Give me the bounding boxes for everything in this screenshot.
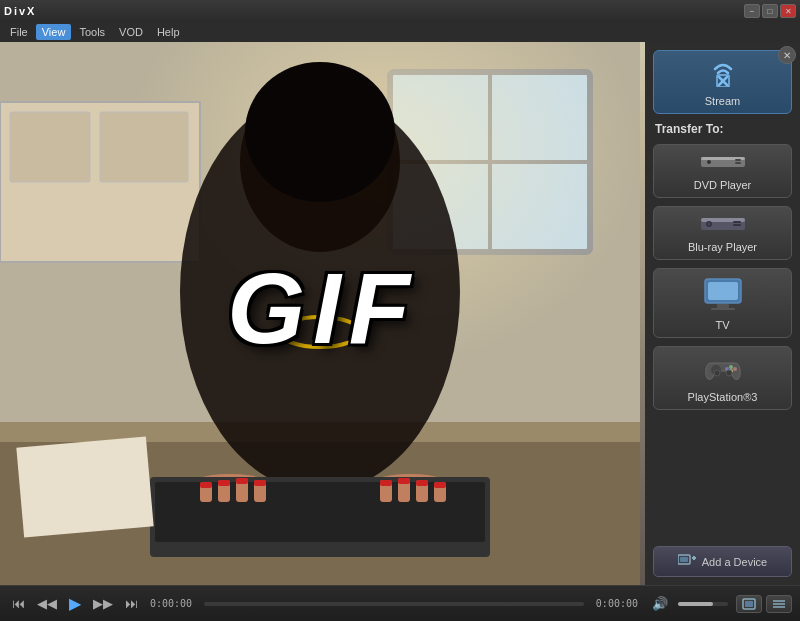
- svg-rect-52: [717, 304, 729, 308]
- svg-rect-33: [398, 478, 410, 484]
- svg-rect-66: [745, 601, 753, 607]
- fullscreen-button[interactable]: [736, 595, 762, 613]
- menu-vod[interactable]: VOD: [113, 24, 149, 40]
- stream-icon: [707, 59, 739, 91]
- minimize-button[interactable]: −: [744, 4, 760, 18]
- svg-point-55: [729, 365, 733, 369]
- svg-rect-51: [708, 282, 738, 300]
- bluray-label: Blu-ray Player: [688, 241, 757, 253]
- video-area: GIF: [0, 42, 645, 585]
- svg-rect-29: [218, 480, 230, 486]
- window-controls: − □ ✕: [744, 4, 796, 18]
- tv-icon: [703, 277, 743, 315]
- svg-rect-18: [16, 437, 153, 538]
- svg-point-60: [726, 370, 732, 376]
- svg-rect-47: [733, 224, 741, 226]
- ps3-button[interactable]: PlayStation®3: [653, 346, 792, 410]
- main-area: GIF ✕ Stream Transfer To:: [0, 42, 800, 585]
- close-panel-button[interactable]: ✕: [778, 46, 796, 64]
- svg-point-56: [733, 367, 737, 371]
- menu-file[interactable]: File: [4, 24, 34, 40]
- svg-rect-46: [733, 221, 741, 223]
- close-button[interactable]: ✕: [780, 4, 796, 18]
- svg-rect-53: [711, 308, 735, 310]
- add-device-icon: [678, 553, 696, 570]
- ps3-label: PlayStation®3: [688, 391, 758, 403]
- app-logo: DivX: [4, 5, 36, 17]
- video-placeholder: GIF: [0, 42, 645, 585]
- controls-bar: ⏮ ◀◀ ▶ ▶▶ ⏭ 0:00:00 0:00:00 🔊: [0, 585, 800, 621]
- svg-point-49: [707, 223, 710, 226]
- transfer-label: Transfer To:: [653, 122, 792, 136]
- svg-rect-31: [254, 480, 266, 486]
- svg-point-59: [714, 370, 720, 376]
- play-button[interactable]: ▶: [65, 592, 85, 615]
- add-device-label: Add a Device: [702, 556, 767, 568]
- maximize-button[interactable]: □: [762, 4, 778, 18]
- title-bar: DivX − □ ✕: [0, 0, 800, 22]
- stream-label: Stream: [705, 95, 740, 107]
- svg-rect-34: [416, 480, 428, 486]
- svg-point-43: [707, 160, 711, 164]
- volume-bar[interactable]: [678, 602, 728, 606]
- svg-rect-32: [380, 480, 392, 486]
- playlist-button[interactable]: [766, 595, 792, 613]
- progress-bar[interactable]: [204, 602, 584, 606]
- menu-view[interactable]: View: [36, 24, 72, 40]
- dvd-label: DVD Player: [694, 179, 751, 191]
- right-panel: ✕ Stream Transfer To:: [645, 42, 800, 585]
- add-device-button[interactable]: Add a Device: [653, 546, 792, 577]
- time-current: 0:00:00: [150, 598, 192, 609]
- ps3-icon: [703, 355, 743, 387]
- forward-button[interactable]: ▶▶: [89, 594, 117, 613]
- svg-rect-62: [680, 557, 688, 562]
- gif-label: GIF: [227, 250, 418, 365]
- svg-rect-42: [735, 162, 741, 164]
- volume-button[interactable]: 🔊: [648, 594, 672, 613]
- svg-point-13: [245, 62, 395, 202]
- menu-bar: File View Tools VOD Help: [0, 22, 800, 42]
- volume-fill: [678, 602, 713, 606]
- rewind-button[interactable]: ◀◀: [33, 594, 61, 613]
- dvd-player-button[interactable]: DVD Player: [653, 144, 792, 198]
- prev-button[interactable]: ⏮: [8, 594, 29, 613]
- bluray-icon: [701, 215, 745, 237]
- tv-button[interactable]: TV: [653, 268, 792, 338]
- menu-tools[interactable]: Tools: [73, 24, 111, 40]
- svg-rect-7: [10, 112, 90, 182]
- svg-rect-35: [434, 482, 446, 488]
- stream-button[interactable]: Stream: [653, 50, 792, 114]
- svg-rect-30: [236, 478, 248, 484]
- bluray-player-button[interactable]: Blu-ray Player: [653, 206, 792, 260]
- svg-rect-8: [100, 112, 188, 182]
- next-button[interactable]: ⏭: [121, 594, 142, 613]
- svg-rect-28: [200, 482, 212, 488]
- menu-help[interactable]: Help: [151, 24, 186, 40]
- tv-label: TV: [715, 319, 729, 331]
- dvd-icon: [701, 153, 745, 175]
- time-total: 0:00:00: [596, 598, 638, 609]
- svg-rect-41: [735, 159, 741, 161]
